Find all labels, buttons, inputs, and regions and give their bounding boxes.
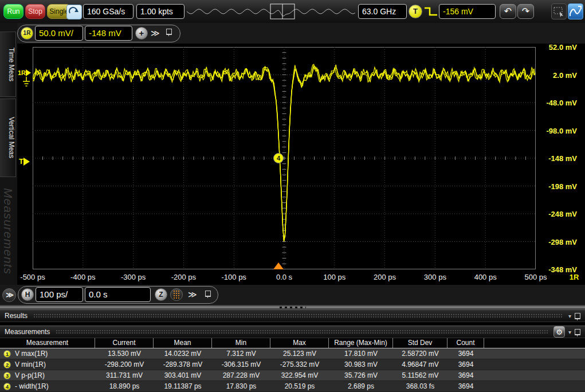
measurement-value-cell: 3694 [447, 371, 484, 379]
measurement-value-cell: 5.11562 mV [393, 371, 447, 379]
ground-symbol-icon [22, 77, 31, 88]
add-channel-button[interactable]: + [135, 27, 148, 40]
results-title: Results [5, 312, 28, 320]
measurements-watermark: Measurements [1, 188, 15, 275]
pin-icon[interactable] [205, 291, 211, 297]
column-header[interactable]: Range (Max-Min) [329, 338, 393, 348]
column-header[interactable]: Min [212, 338, 270, 348]
y-axis-label: -198 mV [548, 182, 577, 190]
trigger-marker-arrow-icon [23, 158, 30, 166]
oscilloscope-app: Run Stop Single 160 GSa/s 1.00 kpts 63.0… [0, 0, 585, 392]
clear-display-button[interactable] [66, 5, 82, 19]
x-axis-label: -400 ps [70, 273, 95, 281]
tab-time-meas[interactable]: Time Meas [0, 32, 16, 97]
column-header-filler [484, 338, 585, 348]
tab-vertical-meas[interactable]: Vertical Meas [0, 99, 16, 177]
segmented-acquisition-button[interactable] [170, 288, 183, 301]
x-axis-label: 200 ps [374, 273, 396, 281]
horizontal-scale-field[interactable]: 100 ps/ [36, 287, 83, 302]
x-axis-label: 500 ps [524, 273, 547, 281]
measurement-value-cell: -275.332 mV [270, 360, 329, 369]
column-header[interactable]: Mean [154, 338, 212, 348]
x-axis-label: -500 ps [20, 273, 45, 281]
run-button[interactable]: Run [3, 4, 23, 19]
horizontal-position-field[interactable]: 0.0 s [85, 287, 151, 302]
y-axis-label: -298 mV [548, 237, 577, 246]
channel-marker-arrow-icon [26, 69, 31, 76]
sample-rate-field[interactable]: 160 GSa/s [83, 4, 134, 19]
measurement-name: V min(1R) [15, 360, 46, 369]
table-row[interactable]: 4- width(1R)18.890 ps19.11387 ps17.830 p… [0, 381, 585, 392]
horizontal-bar: ≫ H 100 ps/ 0.0 s Z ≫ [0, 285, 585, 305]
vertical-offset-field[interactable]: -148 mV [85, 26, 132, 41]
x-axis-label: -200 ps [171, 273, 196, 281]
table-row[interactable]: 1V max(1R)13.530 mV14.0232 mV7.312 mV25.… [0, 348, 585, 359]
channel-reference-marker[interactable]: 1R [18, 69, 31, 76]
measurement-value-cell: -289.378 mV [154, 360, 212, 369]
trigger-badge[interactable]: T [409, 5, 422, 18]
pin-icon[interactable] [575, 329, 580, 335]
table-row[interactable]: 2V min(1R)-298.200 mV-289.378 mV-306.315… [0, 359, 585, 370]
results-panel-header[interactable]: Results ▾ [0, 309, 585, 322]
measurements-panel-header[interactable]: Measurements ⚙ ▾ [0, 326, 585, 338]
measurement-value-cell: 3694 [447, 382, 484, 390]
x-axis-label: 100 ps [323, 273, 345, 281]
waveform-display[interactable]: 52.0 mV2.0 mV-48.0 mV-98.0 mV-148 mV-198… [17, 44, 585, 285]
expand-panel-button[interactable]: ≫ [2, 288, 16, 302]
more-channels-chevron[interactable]: ≫ [151, 28, 159, 38]
measurement-marker-4[interactable]: 4 [273, 153, 284, 163]
region-select-mode-button[interactable] [551, 3, 567, 19]
measurement-name: V p-p(1R) [15, 371, 45, 379]
x-axis-channel-tag: 1R [570, 273, 579, 281]
undo-button[interactable]: ↶ [500, 4, 516, 19]
measurement-name: V max(1R) [15, 350, 48, 358]
table-row[interactable]: 3V p-p(1R)311.731 mV303.401 mV287.228 mV… [0, 370, 585, 381]
measurement-name-cell: 4- width(1R) [0, 382, 95, 390]
measurements-table-body: 1V max(1R)13.530 mV14.0232 mV7.312 mV25.… [0, 348, 585, 392]
gear-icon[interactable]: ⚙ [553, 326, 565, 338]
x-axis-label: 300 ps [424, 273, 446, 281]
trigger-level-marker[interactable]: T [19, 157, 30, 166]
pin-icon[interactable] [166, 29, 172, 35]
panel-texture [56, 330, 548, 334]
x-axis-label: 400 ps [474, 273, 497, 281]
measurement-value-cell: 368.03 fs [393, 382, 447, 390]
measurement-value-cell: 13.530 mV [95, 350, 154, 358]
x-axis-label: 0.0 s [276, 273, 292, 281]
measurement-value-cell: 17.810 mV [329, 350, 393, 358]
segments-icon [171, 289, 182, 300]
top-toolbar: Run Stop Single 160 GSa/s 1.00 kpts 63.0… [0, 0, 585, 23]
more-horizontal-chevron[interactable]: ≫ [188, 289, 196, 300]
y-axis-label: -98.0 mV [547, 126, 577, 135]
bandwidth-field[interactable]: 63.0 GHz [358, 4, 407, 19]
collapse-arrow-icon[interactable]: ▾ [568, 313, 571, 319]
channel-badge[interactable]: 1R [21, 27, 33, 40]
measurement-value-cell: -298.200 mV [95, 360, 154, 369]
measurement-value-cell: 311.731 mV [95, 371, 154, 379]
column-header[interactable]: Std Dev [393, 338, 447, 348]
panel-splitter[interactable] [0, 305, 585, 309]
horizontal-badge[interactable]: H [21, 288, 34, 301]
left-sidebar: Time Meas Vertical Meas Measurements [0, 23, 17, 305]
falling-edge-icon [423, 6, 438, 17]
redo-button[interactable]: ↷ [517, 4, 534, 19]
stop-button[interactable]: Stop [25, 4, 45, 19]
column-header[interactable]: Current [95, 338, 154, 348]
trigger-time-marker[interactable] [273, 262, 284, 269]
column-header[interactable]: Measurement [0, 338, 95, 348]
column-header[interactable]: Count [447, 338, 484, 348]
trigger-level-field[interactable]: -156 mV [439, 4, 496, 19]
measurement-value-cell: 30.983 mV [329, 360, 393, 369]
horizontal-position-indicator[interactable] [187, 3, 356, 20]
pin-icon[interactable] [575, 313, 580, 319]
y-axis-label: -48.0 mV [547, 99, 577, 107]
column-header[interactable]: Max [270, 338, 329, 348]
collapse-arrow-icon[interactable]: ▾ [568, 329, 571, 335]
zoom-button[interactable]: Z [155, 288, 167, 301]
memory-depth-field[interactable]: 1.00 kpts [136, 4, 184, 19]
waveform-pan-mode-button[interactable] [568, 3, 583, 19]
measurement-name-cell: 2V min(1R) [0, 360, 95, 369]
vertical-scale-field[interactable]: 50.0 mV/ [35, 26, 83, 41]
measurement-value-cell: 25.123 mV [270, 350, 329, 358]
waveform-grid[interactable] [33, 47, 536, 269]
